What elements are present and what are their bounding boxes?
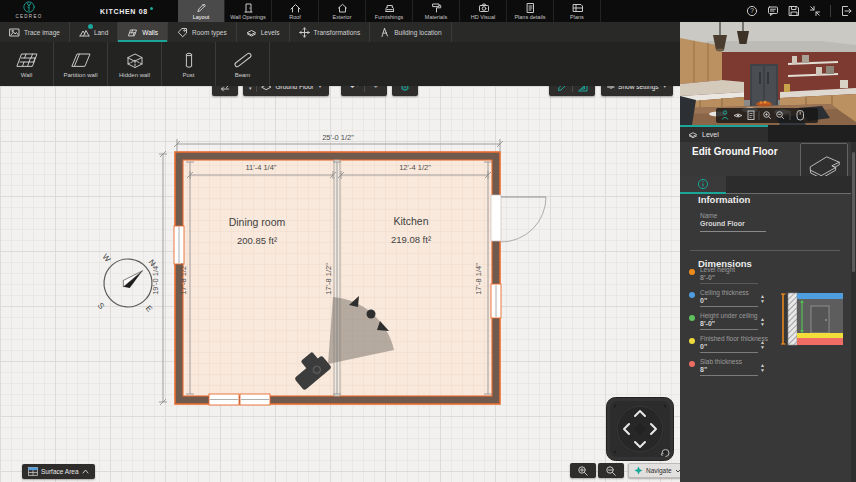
height-under-ceiling-dot [689, 315, 695, 321]
cedreo-logo[interactable]: CEDREO [8, 1, 50, 19]
save-icon[interactable] [788, 5, 800, 17]
level-height-label: Level height [700, 266, 735, 273]
ribbon-item-land[interactable]: Land [70, 22, 118, 42]
ceiling-thickness-input[interactable]: 0" [700, 297, 707, 304]
name-input[interactable]: Ground Floor [700, 220, 745, 227]
header: CEDREO KITCHEN 08 Layout Wall Openings R… [0, 0, 856, 22]
unsaved-indicator [150, 7, 153, 10]
zoom-out-button[interactable] [598, 463, 624, 478]
room-area-kitchen: 219.08 ft² [391, 234, 431, 245]
slab-thickness-input[interactable]: 8" [700, 366, 707, 373]
exit-icon[interactable] [840, 5, 852, 17]
dimension-label-kitchen-width: 12'-4 1/2" [399, 163, 431, 172]
navigate-label: Navigate [646, 467, 672, 474]
tool-label: Hidden wall [119, 72, 150, 78]
move-arrows-icon [299, 27, 310, 38]
tool-wall[interactable]: Wall [0, 42, 54, 86]
camera-rotate-handle[interactable] [367, 310, 376, 319]
tab-plans[interactable]: Plans [554, 0, 601, 22]
navigation-pad[interactable] [606, 397, 674, 461]
surface-area-button[interactable]: Surface Area [22, 464, 95, 479]
drafting-compass-icon [379, 27, 390, 38]
height-under-ceiling-underline [700, 329, 758, 330]
project-title-text: KITCHEN 08 [100, 8, 148, 15]
ceiling-thickness-stepper[interactable]: ▲▼ [760, 294, 765, 304]
level-height-underline [700, 283, 758, 284]
ribbon-item-walls[interactable]: Walls [118, 22, 168, 42]
house-icon [337, 2, 348, 13]
height-under-ceiling-stepper[interactable]: ▲▼ [760, 317, 765, 327]
tab-plans-details[interactable]: Plans details [507, 0, 554, 22]
logo-text: CEDREO [15, 14, 42, 19]
tab-label: Wall Openings [230, 14, 266, 20]
ceiling-thickness-dot [689, 292, 695, 298]
tab-furnishings[interactable]: Furnishings [366, 0, 413, 22]
ribbon-label: Building location [394, 29, 441, 36]
ribbon-label: Land [94, 29, 108, 36]
svg-text:?: ? [750, 7, 754, 14]
panel-scrollbar[interactable] [851, 142, 856, 482]
roof-icon [290, 2, 301, 13]
finished-floor-label: Finished floor thickness [700, 335, 768, 342]
land-badge [88, 24, 93, 29]
compass-e: E [144, 304, 154, 314]
tab-level[interactable]: Level [680, 125, 768, 142]
tab-exterior[interactable]: Exterior [319, 0, 366, 22]
blueprint-icon [572, 2, 583, 13]
panel-tabbar: Level [680, 125, 856, 142]
dimension-label-dining-width: 11'-4 1/4" [245, 163, 276, 172]
divider [830, 5, 831, 17]
help-icon[interactable]: ? [746, 5, 758, 17]
compass-s: S [96, 301, 106, 311]
ribbon-item-building-location[interactable]: Building location [370, 22, 451, 42]
surface-table-icon [28, 467, 38, 476]
ribbon-item-room-types[interactable]: Room types [168, 22, 237, 42]
slab-thickness-label: Slab thickness [700, 358, 742, 365]
document-icon [525, 2, 536, 13]
tab-label: Exterior [333, 14, 352, 20]
finished-floor-input[interactable]: 0" [700, 343, 707, 350]
section-divider [690, 250, 840, 251]
armchair-icon [384, 2, 395, 13]
tab-information[interactable] [680, 176, 726, 194]
finished-floor-stepper[interactable]: ▲▼ [760, 340, 765, 350]
tab-layout[interactable]: Layout [178, 0, 225, 22]
tab-label: Plans details [514, 14, 545, 20]
tab-roof[interactable]: Roof [272, 0, 319, 22]
diagram-ceiling [797, 293, 843, 299]
tab-wall-openings[interactable]: Wall Openings [225, 0, 272, 22]
tool-beam[interactable]: Beam [216, 42, 270, 86]
3d-preview[interactable] [680, 22, 856, 125]
tool-post[interactable]: Post [162, 42, 216, 86]
slab-thickness-stepper[interactable]: ▲▼ [760, 363, 765, 373]
finished-floor-dot [689, 338, 695, 344]
zoom-in-button[interactable] [570, 463, 596, 478]
height-under-ceiling-label: Height under ceiling [700, 312, 757, 319]
slab-thickness-dot [689, 361, 695, 367]
room-label-dining[interactable]: Dining room [229, 216, 286, 228]
cedreo-app: CEDREO KITCHEN 08 Layout Wall Openings R… [0, 0, 856, 482]
compass-w: W [101, 252, 113, 264]
height-under-ceiling-input[interactable]: 8'-0" [700, 320, 715, 327]
ribbon-item-trace-image[interactable]: Trace image [0, 22, 70, 42]
door-opening[interactable] [491, 195, 501, 241]
tool-partition-wall[interactable]: Partition wall [54, 42, 108, 86]
ribbon-item-transformations[interactable]: Transformations [290, 22, 371, 42]
window-controls: ? [746, 0, 852, 22]
ribbon-item-levels[interactable]: Levels [237, 22, 290, 42]
feedback-icon[interactable] [767, 5, 779, 17]
collapse-icon[interactable] [809, 5, 821, 17]
room-label-kitchen[interactable]: Kitchen [393, 215, 428, 227]
tab-materials[interactable]: Materials [413, 0, 460, 22]
tool-hidden-wall[interactable]: Hidden wall [108, 42, 162, 86]
finished-floor-underline [700, 352, 758, 353]
camera-icon [478, 2, 489, 13]
scrollbar-thumb[interactable] [852, 152, 855, 272]
navigate-dropdown[interactable]: Navigate [628, 463, 687, 478]
tab-hd-visual[interactable]: HD Visual [460, 0, 507, 22]
cedreo-logo-icon [23, 1, 35, 13]
tab-label: Layout [193, 14, 210, 20]
tool-label: Beam [235, 72, 251, 78]
paint-roller-icon [431, 2, 442, 13]
tool-label: Wall [21, 72, 32, 78]
